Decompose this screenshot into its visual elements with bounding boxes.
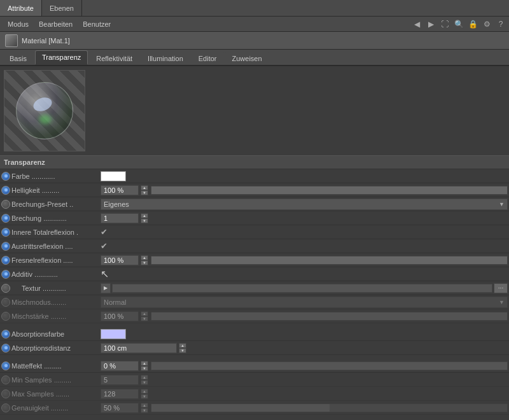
- input-helligkeit[interactable]: [101, 185, 139, 195]
- texture-options-btn[interactable]: ···: [494, 283, 508, 293]
- spinner-up[interactable]: ▲: [179, 343, 186, 348]
- prop-enable-absorptionsdistanz[interactable]: [1, 344, 10, 353]
- color-swatch-farbe[interactable]: [101, 171, 126, 181]
- input-matteffekt[interactable]: [101, 361, 139, 371]
- spinner-up[interactable]: ▲: [141, 213, 148, 218]
- prop-label-fresnelreflexion: Fresnelreflexion .....: [11, 256, 101, 264]
- spinner-down[interactable]: ▼: [141, 394, 148, 399]
- slider-mischstaerke[interactable]: [151, 312, 508, 321]
- spinner-down[interactable]: ▼: [141, 316, 148, 321]
- spinner-up[interactable]: ▲: [141, 375, 148, 380]
- spinner-mischstaerke[interactable]: ▲ ▼: [141, 311, 148, 321]
- nav-right-icon[interactable]: ▶: [425, 18, 436, 30]
- spinner-max-samples[interactable]: ▲ ▼: [141, 389, 148, 399]
- prop-enable-genauigkeit[interactable]: [1, 403, 10, 412]
- spinner-helligkeit[interactable]: ▲ ▼: [141, 185, 148, 195]
- input-genauigkeit[interactable]: [101, 403, 139, 413]
- check-austrittsreflexion[interactable]: ✔: [101, 241, 108, 251]
- spinner-down[interactable]: ▼: [141, 260, 148, 265]
- prop-value-innere-totalreflexion: ✔: [101, 227, 508, 237]
- tab-illumination[interactable]: Illumination: [141, 52, 190, 65]
- tab-zuweisen[interactable]: Zuweisen: [225, 52, 269, 65]
- prop-enable-helligkeit[interactable]: [1, 186, 10, 195]
- spinner-down[interactable]: ▼: [141, 380, 148, 385]
- slider-helligkeit[interactable]: [151, 186, 508, 195]
- menu-modus[interactable]: Modus: [3, 19, 34, 29]
- input-absorptionsdistanz[interactable]: [101, 343, 177, 353]
- spinner-down[interactable]: ▼: [141, 218, 148, 223]
- prop-value-mischmodus: Normal ▼: [101, 297, 508, 308]
- prop-row-innere-totalreflexion: Innere Totalreflexion . ✔: [0, 225, 509, 239]
- nav-left-icon[interactable]: ◀: [411, 18, 422, 30]
- prop-enable-farbe[interactable]: [1, 172, 10, 181]
- spinner-brechung[interactable]: ▲ ▼: [141, 213, 148, 223]
- prop-row-helligkeit: Helligkeit ......... ▲ ▼: [0, 183, 509, 197]
- prop-row-genauigkeit: Genauigkeit ......... ▲ ▼: [0, 401, 509, 415]
- tab-ebenen[interactable]: Ebenen: [42, 0, 82, 16]
- tab-reflektivitaet[interactable]: Reflektivität: [89, 52, 139, 65]
- input-min-samples[interactable]: [101, 375, 139, 385]
- prop-enable-innere-totalreflexion[interactable]: [1, 228, 10, 237]
- prop-enable-mischstaerke[interactable]: [1, 312, 10, 321]
- move-icon[interactable]: ⛶: [439, 18, 450, 30]
- spinner-up[interactable]: ▲: [141, 361, 148, 366]
- prop-row-absorptionsfarbe: Absorptionsfarbe: [0, 327, 509, 341]
- prop-label-matteffekt: Matteffekt .........: [11, 362, 101, 370]
- prop-enable-mischmodus[interactable]: [1, 298, 10, 307]
- prop-enable-min-samples[interactable]: [1, 375, 10, 384]
- spinner-absorptionsdistanz[interactable]: ▲ ▼: [179, 343, 186, 353]
- spinner-min-samples[interactable]: ▲ ▼: [141, 375, 148, 385]
- tab-editor[interactable]: Editor: [192, 52, 224, 65]
- lock-icon[interactable]: 🔒: [467, 18, 478, 30]
- input-brechung[interactable]: [101, 213, 139, 223]
- menu-bearbeiten[interactable]: Bearbeiten: [34, 19, 78, 29]
- slider-genauigkeit[interactable]: [151, 403, 508, 412]
- dropdown-mischmodus[interactable]: Normal ▼: [101, 297, 508, 308]
- enable-dot: [4, 244, 8, 248]
- spinner-down[interactable]: ▼: [141, 366, 148, 371]
- help-icon[interactable]: ?: [495, 18, 506, 30]
- spinner-genauigkeit[interactable]: ▲ ▼: [141, 403, 148, 413]
- prop-enable-max-samples[interactable]: [1, 389, 10, 398]
- spinner-up[interactable]: ▲: [141, 185, 148, 190]
- spinner-up[interactable]: ▲: [141, 389, 148, 394]
- prop-enable-additiv[interactable]: [1, 270, 10, 279]
- tab-transparenz[interactable]: Transparenz: [35, 50, 88, 65]
- texture-add-btn[interactable]: ▶: [101, 283, 111, 293]
- spinner-up[interactable]: ▲: [141, 311, 148, 316]
- search-icon[interactable]: 🔍: [453, 18, 464, 30]
- prop-value-brechungs-preset: Eigenes ▼: [101, 199, 508, 210]
- prop-value-max-samples: ▲ ▼: [101, 389, 508, 399]
- check-innere-totalreflexion[interactable]: ✔: [101, 227, 108, 237]
- tab-basis[interactable]: Basis: [3, 52, 34, 65]
- prop-enable-brechung[interactable]: [1, 214, 10, 223]
- prop-enable-matteffekt[interactable]: [1, 361, 10, 370]
- prop-value-helligkeit: ▲ ▼: [101, 185, 508, 195]
- tab-attribute[interactable]: Attribute: [0, 0, 42, 16]
- spinner-up[interactable]: ▲: [141, 255, 148, 260]
- slider-matteffekt[interactable]: [151, 361, 508, 370]
- texture-slider[interactable]: [112, 284, 492, 293]
- prop-enable-fresnelreflexion[interactable]: [1, 256, 10, 265]
- spinner-down[interactable]: ▼: [141, 408, 148, 413]
- prop-enable-brechungs-preset[interactable]: [1, 200, 10, 209]
- spinner-fresnelreflexion[interactable]: ▲ ▼: [141, 255, 148, 265]
- menu-benutzer[interactable]: Benutzer: [78, 19, 116, 29]
- spinner-down[interactable]: ▼: [141, 190, 148, 195]
- prop-label-max-samples: Max Samples .......: [11, 390, 101, 398]
- prop-row-additiv: Additiv ............ ↖: [0, 267, 509, 281]
- settings-icon[interactable]: ⚙: [481, 18, 492, 30]
- prop-enable-absorptionsfarbe[interactable]: [1, 330, 10, 339]
- color-swatch-absorptionsfarbe[interactable]: [101, 329, 126, 339]
- spinner-up[interactable]: ▲: [141, 403, 148, 408]
- input-mischstaerke[interactable]: [101, 311, 139, 321]
- spinner-matteffekt[interactable]: ▲ ▼: [141, 361, 148, 371]
- dropdown-brechungs-preset[interactable]: Eigenes ▼: [101, 199, 508, 210]
- prop-value-absorptionsdistanz: ▲ ▼: [101, 343, 508, 353]
- spinner-down[interactable]: ▼: [179, 348, 186, 353]
- input-fresnelreflexion[interactable]: [101, 255, 139, 265]
- prop-enable-austrittsreflexion[interactable]: [1, 242, 10, 251]
- input-max-samples[interactable]: [101, 389, 139, 399]
- slider-fresnelreflexion[interactable]: [151, 256, 508, 265]
- prop-enable-textur[interactable]: [1, 284, 10, 293]
